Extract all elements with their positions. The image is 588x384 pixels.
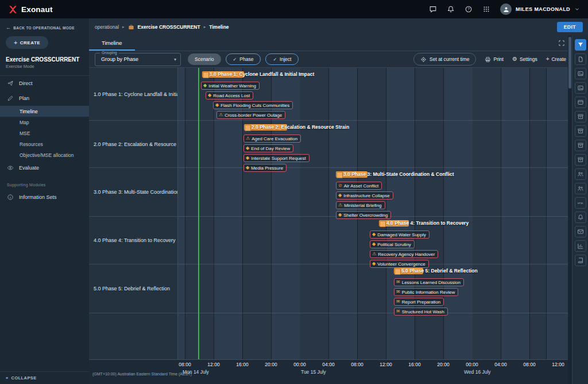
apps-grid-icon[interactable] [482, 5, 490, 13]
sidebar-item-information-sets[interactable]: Information Sets [0, 190, 89, 205]
inject-chip[interactable]: ◆Political Scrutiny [370, 240, 415, 248]
warning-icon: ⚠ [338, 203, 342, 208]
chevron-down-icon: ▾ [174, 57, 176, 62]
app-logo[interactable]: Exonaut [8, 5, 53, 14]
edit-button[interactable]: EDIT [557, 22, 583, 32]
inject-label: Shelter Overcrowding [343, 213, 388, 218]
inject-chip[interactable]: ◆Damaged Water Supply [370, 231, 430, 239]
sidebar-item-map[interactable]: Map [0, 117, 89, 128]
create-inject-button[interactable]: + Create [546, 56, 566, 62]
timeline-grid[interactable]: 1.0 Phase 1: Cyclone Landfall & Initial … [178, 68, 568, 359]
print-label: Print [493, 56, 503, 62]
vertical-scrollbar[interactable] [568, 36, 572, 384]
sidebar-item-mse[interactable]: MSE [0, 128, 89, 139]
inject-chip[interactable]: ⚠Recovery Agency Handover [370, 250, 438, 258]
inject-chip[interactable]: ✉Public Information Review [394, 288, 458, 296]
phase-bar[interactable]: 2.0 Phase 2: Escalation & Resource Strai… [244, 124, 287, 130]
inject-chip[interactable]: ◆Road Access Lost [206, 91, 253, 99]
timeline-row-label: 4.0 Phase 4: Transition to Recovery [89, 217, 177, 264]
chat-icon[interactable] [429, 5, 437, 13]
axis-tick-label: 12:00 [380, 362, 392, 367]
book-rail-icon[interactable] [575, 255, 586, 266]
inject-chip[interactable]: ◆End of Day Review [243, 144, 293, 152]
phase-bar[interactable]: 5.0 Phase 5: Debrief & Reflection [394, 268, 423, 274]
timeline-row-label: 3.0 Phase 3: Multi-State Coordination... [89, 168, 177, 217]
timeline-row-label: 5.0 Phase 5: Debrief & Reflection [89, 264, 177, 313]
diamond-green-icon: ◆ [203, 83, 207, 88]
axis-tick-label: 00:00 [466, 362, 478, 367]
inject-chip[interactable]: ⚠Cross-border Power Outage [216, 111, 285, 119]
inject-chip[interactable]: ◆Initial Weather Warning [201, 82, 260, 90]
inject-chip[interactable]: ⚠Aged Care Evacuation [243, 135, 301, 143]
mail-icon: ✉ [396, 290, 400, 294]
phase-bar[interactable]: 3.0 Phase 3: Multi-State Coordination & … [336, 171, 368, 178]
inject-label: End of Day Review [251, 146, 290, 151]
users-rail-icon[interactable] [575, 183, 586, 194]
card-rail-icon[interactable] [575, 97, 586, 108]
chart-rail-icon[interactable] [575, 240, 586, 252]
sidebar-item-plan[interactable]: Plan [0, 91, 89, 106]
right-tool-rail: HTML [572, 36, 588, 384]
filter-chip-inject[interactable]: ✓Inject [265, 53, 299, 65]
day-boundary-line [472, 68, 473, 359]
axis-day-label: Mon 14 July [183, 369, 209, 375]
inject-chip[interactable]: ◆Volunteer Convergence [370, 260, 429, 268]
inject-label: Public Information Review [402, 290, 455, 295]
inject-label: Lessons Learned Discussion [402, 280, 461, 285]
filter-chip-phase[interactable]: ✓Phase [226, 53, 261, 65]
axis-day-label: Tue 15 July [301, 369, 326, 375]
breadcrumb-operational[interactable]: operational [95, 24, 119, 30]
brand-name: Exonaut [21, 5, 53, 14]
inject-label: Political Scrutiny [377, 242, 411, 247]
inject-label: Aged Care Evacuation [252, 136, 297, 141]
collapse-sidebar-button[interactable]: « COLLAPSE [0, 371, 89, 384]
notifications-bell-icon[interactable] [447, 5, 455, 13]
settings-button[interactable]: ⚙ Settings [512, 56, 537, 62]
diamond-icon: ◆ [246, 156, 249, 160]
sidebar-item-evaluate[interactable]: Evaluate [0, 160, 89, 175]
inject-chip[interactable]: ✉Lessons Learned Discussion [394, 278, 464, 286]
inject-chip[interactable]: ◆Infrastructure Collapse [336, 191, 393, 199]
mail-rail-icon[interactable] [575, 226, 586, 237]
sidebar-item-direct[interactable]: Direct [0, 76, 89, 91]
box-rail-icon[interactable] [575, 125, 586, 137]
inject-chip[interactable]: ◆Media Pressure [243, 164, 287, 172]
inject-chip[interactable]: ◆Flash Flooding Cuts Communities [213, 101, 293, 109]
create-button[interactable]: + CREATE [6, 36, 48, 49]
sidebar-item-label: Direct [19, 80, 33, 86]
filter-chip-scenario[interactable]: Scenario [188, 53, 221, 65]
print-button[interactable]: Print [485, 56, 503, 63]
phase-bar-label: 2.0 Phase 2: Escalation & Resource Strai… [252, 124, 349, 130]
users-rail-icon[interactable] [575, 168, 586, 180]
sidebar-item-objective-mse-allocation[interactable]: Objective/MSE allocation [0, 149, 89, 160]
box-rail-icon[interactable] [575, 154, 586, 166]
help-icon[interactable]: ? [465, 5, 473, 13]
bell-rail-icon[interactable] [575, 212, 586, 223]
scrollbar-thumb[interactable] [568, 37, 571, 89]
phase-bar[interactable]: 4.0 Phase 4: Transition to Recovery [379, 220, 409, 226]
box-rail-icon[interactable] [575, 140, 586, 151]
tab-timeline[interactable]: Timeline [89, 36, 135, 51]
back-to-operational-mode-link[interactable]: ← BACK TO OPERATIONAL MODE [0, 18, 89, 35]
file-rail-icon[interactable] [575, 53, 586, 65]
sidebar-item-resources[interactable]: Resources [0, 139, 89, 149]
fullscreen-icon[interactable] [558, 40, 565, 47]
image-rail-icon[interactable] [575, 82, 586, 94]
phase-bar[interactable]: 1.0 Phase 1: Cyclone Landfall & Initial … [202, 71, 244, 78]
grouping-select[interactable]: Grouping Group by Phase ▾ [95, 53, 181, 66]
chip-label: Scenario [195, 56, 214, 62]
user-menu[interactable]: MILES MACDONALD [500, 3, 580, 15]
html-rail-icon[interactable]: HTML [575, 197, 586, 209]
inject-chip[interactable]: ◆Shelter Overcrowding [336, 211, 391, 219]
filter-rail-icon[interactable] [575, 39, 586, 51]
box-rail-icon[interactable] [575, 111, 586, 122]
set-time-label: Set at current time [430, 56, 469, 62]
inject-chip[interactable]: ✉Report Preparation [394, 298, 444, 306]
set-at-current-time-button[interactable]: Set at current time [413, 53, 476, 66]
sidebar-item-timeline[interactable]: Timeline [0, 106, 89, 117]
inject-chip[interactable]: ⚠Ministerial Briefing [336, 201, 385, 209]
inject-chip[interactable]: ⊘Air Asset Conflict [336, 182, 382, 190]
breadcrumb-exercise[interactable]: Exercise CROSSCURRENT [138, 24, 200, 30]
image-rail-icon[interactable] [575, 68, 586, 79]
inject-chip[interactable]: ✉Structured Hot Wash [394, 308, 448, 316]
